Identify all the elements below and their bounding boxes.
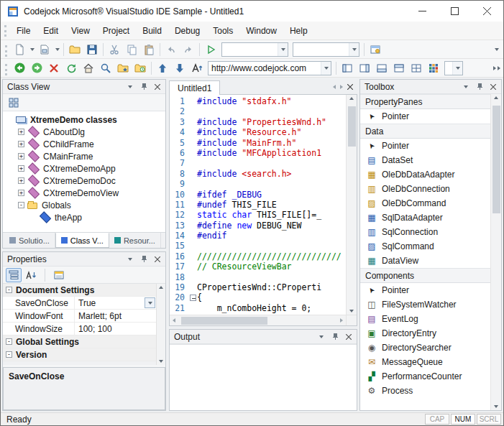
toolbox-item-directorysearcher[interactable]: ◉DirectorySearcher	[360, 341, 490, 355]
new-file-button[interactable]	[11, 42, 28, 57]
expand-plus-icon[interactable]: +	[18, 129, 24, 135]
menu-grip[interactable]	[4, 25, 6, 37]
output-close-button[interactable]	[343, 332, 354, 342]
copy-button[interactable]	[123, 42, 140, 57]
editor-vertical-scrollbar[interactable]	[346, 95, 357, 315]
toolbox-item-oledbdataadapter[interactable]: ▦OleDbDataAdapter	[360, 167, 490, 182]
stop-button[interactable]	[45, 60, 63, 76]
menu-item-help[interactable]: Help	[283, 22, 314, 40]
toolbox-item-sqldataadapter[interactable]: ▦SqlDataAdapter	[360, 210, 490, 225]
property-row-windowfont[interactable]: WindowFontMarlett; 6pt	[3, 310, 156, 323]
address-dropdown[interactable]	[321, 62, 331, 75]
redo-button[interactable]	[180, 42, 197, 57]
toolbox-item-sqlcommand[interactable]: ▨SqlCommand	[360, 239, 490, 254]
back-button[interactable]	[11, 60, 28, 76]
toolbox-item-oledbcommand[interactable]: ▨OleDbCommand	[360, 196, 490, 210]
run-button[interactable]	[202, 42, 219, 57]
expand-plus-icon[interactable]: +	[18, 177, 24, 184]
maximize-button[interactable]	[439, 1, 471, 22]
code-editor[interactable]: 1#include "stdafx.h"23#include "Properti…	[170, 95, 346, 315]
expand-plus-icon[interactable]: +	[18, 165, 24, 172]
toolbox-close-button[interactable]	[487, 82, 499, 92]
panel-layout-right-button[interactable]	[356, 60, 373, 76]
property-category-document-settings[interactable]: -Document Settings	[3, 284, 156, 297]
tree-item-cchildframe[interactable]: +CChildFrame	[3, 138, 165, 150]
toolbox-pin-button[interactable]	[474, 82, 485, 92]
minimize-button[interactable]	[406, 1, 439, 22]
tree-item-caboutdlg[interactable]: +CAboutDlg	[3, 126, 165, 138]
move-down-button[interactable]	[171, 60, 188, 76]
output-content[interactable]	[170, 344, 357, 410]
standard-toolbar-grip[interactable]	[5, 45, 7, 57]
tree-item-cxtremedemoapp[interactable]: +CXtremeDemoApp	[3, 162, 165, 175]
history-button[interactable]	[132, 60, 149, 76]
scrollbar-thumb[interactable]	[181, 317, 267, 325]
tab-scroll-right-icon[interactable]	[340, 85, 343, 89]
toolbox-item-performancecounter[interactable]: ▞PerformanceCounter	[360, 369, 490, 384]
property-value[interactable]: True	[75, 297, 156, 309]
zoom-combo[interactable]	[444, 61, 463, 75]
expand-minus-icon[interactable]: -	[6, 338, 12, 345]
toolbox-item-sqlconnection[interactable]: ▥SqlConnection	[360, 225, 490, 239]
menu-item-view[interactable]: View	[65, 22, 96, 40]
web-toolbar-grip[interactable]	[5, 64, 7, 75]
output-menu-button[interactable]	[316, 332, 327, 342]
menu-item-tools[interactable]: Tools	[206, 22, 239, 40]
classview-tree[interactable]: XtremeDemo classes+CAboutDlg+CChildFrame…	[3, 111, 165, 232]
toolbox-caption[interactable]: Toolbox	[360, 80, 501, 94]
forward-button[interactable]	[28, 60, 45, 76]
expand-minus-icon[interactable]: -	[6, 287, 12, 293]
save-button[interactable]	[83, 42, 101, 57]
tab-solutio-[interactable]: Solutio...	[4, 233, 55, 248]
new-project-button[interactable]	[36, 42, 53, 57]
menu-item-window[interactable]: Window	[239, 22, 283, 40]
paste-button[interactable]	[140, 42, 157, 57]
menu-item-edit[interactable]: Edit	[37, 22, 65, 40]
tree-item-xtremedemo-classes[interactable]: XtremeDemo classes	[3, 114, 165, 126]
tab-scroll-left-icon[interactable]	[333, 85, 336, 89]
toolbar-combo-1[interactable]	[221, 42, 288, 57]
tree-item-theapp[interactable]: theApp	[3, 211, 165, 223]
toolbox-item-pointer[interactable]: ➤Pointer	[360, 283, 490, 297]
property-value[interactable]: Marlett; 6pt	[75, 310, 156, 322]
toolbar-combo-2[interactable]	[293, 42, 359, 57]
properties-close-button[interactable]	[152, 254, 163, 264]
tab-untitled1[interactable]: Untitled1	[169, 80, 220, 95]
expand-plus-icon[interactable]: +	[18, 153, 24, 159]
search-button[interactable]	[97, 60, 114, 76]
move-up-button[interactable]	[154, 60, 171, 76]
properties-pin-button[interactable]	[138, 254, 150, 264]
toolbar-overflow-button[interactable]	[492, 60, 501, 76]
toolbar-combo-2-dropdown[interactable]	[349, 43, 359, 56]
title-bar[interactable]: Codejock Microsoft® VisualStudio IDE Sam…	[1, 1, 503, 22]
alphabetical-button[interactable]	[23, 268, 39, 282]
tab-class-v-[interactable]: Class V...	[55, 233, 109, 248]
toolbox-menu-button[interactable]	[460, 82, 472, 92]
classview-close-button[interactable]	[152, 82, 163, 92]
panel-layout-top-button[interactable]	[390, 60, 408, 76]
tree-item-cmainframe[interactable]: +CMainFrame	[3, 150, 165, 162]
home-button[interactable]	[80, 60, 97, 76]
tree-item-cxtremedemodoc[interactable]: +CXtremeDemoDoc	[3, 175, 165, 187]
close-button[interactable]	[471, 1, 503, 22]
menu-item-file[interactable]: File	[10, 22, 37, 40]
scrollbar-thumb[interactable]	[492, 106, 500, 213]
properties-scrollbar[interactable]	[156, 284, 165, 365]
menu-item-debug[interactable]: Debug	[168, 22, 206, 40]
properties-menu-button[interactable]	[124, 254, 136, 264]
panel-layout-left-button[interactable]	[339, 60, 356, 76]
toolbox-scrollbar[interactable]	[490, 94, 501, 410]
options-button[interactable]	[367, 42, 384, 57]
toolbox-item-pointer[interactable]: ➤Pointer	[360, 139, 490, 153]
classview-caption[interactable]: Class View	[3, 80, 165, 94]
scrollbar-thumb[interactable]	[348, 106, 356, 147]
property-row-saveonclose[interactable]: SaveOnCloseTrue	[3, 297, 156, 310]
toolbox-item-oledbconnection[interactable]: ▥OleDbConnection	[360, 182, 490, 196]
property-pages-button[interactable]	[51, 268, 67, 282]
toolbar-overflow-button[interactable]	[492, 42, 501, 57]
panel-layout-split-button[interactable]	[408, 60, 425, 76]
toolbox-item-pointer[interactable]: ➤Pointer	[360, 109, 490, 124]
toolbox-item-filesystemwatcher[interactable]: ◫FileSystemWatcher	[360, 297, 490, 312]
new-file-dropdown[interactable]	[28, 42, 36, 57]
cut-button[interactable]	[106, 42, 123, 57]
